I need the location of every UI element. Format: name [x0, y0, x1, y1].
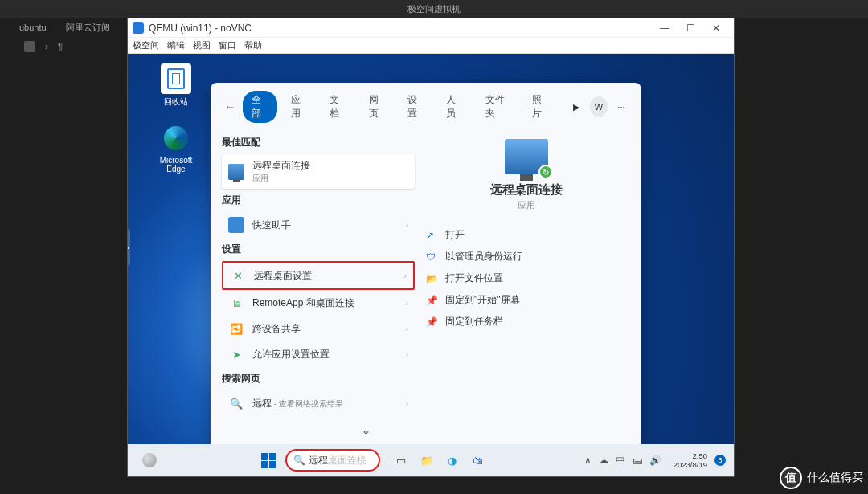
vnc-title-text: QEMU (win11) - noVNC [149, 22, 252, 34]
search-icon: 🔍 [293, 455, 305, 466]
chevron-right-icon: › [406, 221, 408, 230]
result-remote-desktop-settings[interactable]: ✕ 远程桌面设置 › [222, 261, 415, 290]
file-icon [24, 41, 35, 52]
tray-overflow[interactable]: ∧ [584, 455, 592, 466]
desktop-icon-recycle-bin[interactable]: 回收站 [152, 63, 200, 108]
result-title: 远程桌面连接 [252, 159, 310, 173]
result-title: 远程桌面设置 [254, 269, 312, 283]
watermark: 值 什么值得买 [780, 467, 863, 489]
header-more-button[interactable]: ··· [612, 96, 630, 117]
result-cross-device-share[interactable]: 🔁 跨设备共享 › [222, 316, 415, 341]
header-overflow-play[interactable]: ▶ [567, 96, 585, 117]
chevron-right-icon: › [404, 271, 407, 280]
pin-store[interactable]: 🛍 [469, 451, 488, 470]
filter-all[interactable]: 全部 [243, 91, 276, 123]
menu-view[interactable]: 视图 [193, 39, 211, 51]
vnc-side-handle[interactable]: ▶ [128, 229, 130, 266]
section-settings: 设置 [222, 243, 415, 256]
shield-icon: 🛡 [426, 251, 437, 263]
chevron-right-icon: › [406, 350, 408, 359]
pin-icon: 📌 [426, 316, 437, 328]
pin-explorer[interactable]: 📁 [417, 451, 436, 470]
taskbar: 🔍 远程桌面连接 ▭ 📁 ◑ 🛍 ∧ ☁ 中 🖴 🔊 2:50 2023/8/1… [128, 444, 734, 476]
tray-onedrive-icon[interactable]: ☁ [599, 455, 608, 466]
watermark-text: 什么值得买 [807, 471, 863, 485]
chevron-right-icon: › [406, 299, 408, 308]
taskbar-clock[interactable]: 2:50 2023/8/19 [674, 451, 707, 469]
taskbar-pinned: ▭ 📁 ◑ 🛍 [391, 451, 488, 470]
result-title: RemoteApp 和桌面连接 [252, 296, 354, 310]
open-icon: ↗ [426, 230, 437, 241]
filter-people[interactable]: 人员 [437, 91, 471, 123]
crumb-sep: › [45, 41, 48, 52]
user-avatar[interactable]: W [590, 96, 608, 117]
result-quick-assist[interactable]: 快速助手 › [222, 212, 415, 238]
action-pin-start[interactable]: 📌固定到"开始"屏幕 [423, 289, 630, 311]
section-web: 搜索网页 [222, 372, 415, 386]
tray-network-icon[interactable]: 🖴 [633, 455, 642, 466]
result-title: 快速助手 [252, 218, 291, 232]
rdc-icon [228, 164, 244, 180]
location-icon: ➤ [228, 346, 244, 362]
action-pin-taskbar[interactable]: 📌固定到任务栏 [423, 311, 630, 333]
result-remoteapp[interactable]: 🖥 RemoteApp 和桌面连接 › [222, 290, 415, 316]
filter-photos[interactable]: 照片 [523, 91, 557, 123]
desktop-icon-edge[interactable]: Microsoft Edge [152, 123, 200, 174]
back-button[interactable]: ← [222, 97, 238, 116]
pin-task-view[interactable]: ▭ [391, 451, 411, 470]
vnc-close-button[interactable]: ✕ [703, 22, 729, 34]
result-title: 允许应用设置位置 [252, 348, 330, 361]
section-best-match: 最佳匹配 [222, 136, 415, 149]
action-run-admin[interactable]: 🛡以管理员身份运行 [423, 246, 630, 267]
vnc-minimize-button[interactable]: — [652, 22, 678, 34]
preview-subtitle: 应用 [518, 199, 535, 211]
chevron-right-icon: › [406, 325, 408, 333]
preview-title: 远程桌面连接 [490, 182, 563, 198]
host-tab-aliyun[interactable]: 阿里云订阅 [66, 22, 110, 34]
windows-desktop[interactable]: 回收站 Microsoft Edge ▶ ← 全部 应用 文档 网页 设置 人员… [128, 54, 734, 444]
filter-web[interactable]: 网页 [360, 91, 394, 123]
result-allow-app-location[interactable]: ➤ 允许应用设置位置 › [222, 341, 415, 367]
menu-window[interactable]: 窗口 [219, 39, 236, 51]
settings-icon: ✕ [230, 267, 246, 284]
start-search-panel: ← 全部 应用 文档 网页 设置 人员 文件夹 照片 ▶ W ··· 最佳匹配 [211, 83, 641, 444]
results-column: 最佳匹配 远程桌面连接 应用 应用 快速助手 › 设置 [222, 131, 415, 441]
tray-ime-icon[interactable]: 中 [616, 454, 625, 467]
desktop-icon-label: Microsoft Edge [160, 156, 193, 174]
pin-icon: 📌 [426, 295, 437, 306]
tray-volume-icon[interactable]: 🔊 [649, 455, 661, 466]
result-remote-desktop-connection[interactable]: 远程桌面连接 应用 [222, 154, 415, 189]
host-tab-ubuntu[interactable]: ubuntu [19, 22, 47, 32]
notification-badge[interactable]: 3 [714, 455, 726, 466]
menu-edit[interactable]: 编辑 [167, 39, 185, 51]
result-web-search[interactable]: 🔍 远程 - 查看网络搜索结果 › [222, 390, 415, 416]
taskbar-weather[interactable] [136, 453, 163, 467]
filter-folders[interactable]: 文件夹 [477, 91, 519, 123]
vnc-titlebar[interactable]: QEMU (win11) - noVNC — ☐ ✕ [128, 18, 734, 38]
folder-icon: 📂 [426, 273, 437, 284]
vnc-app-icon [133, 22, 144, 34]
vnc-maximize-button[interactable]: ☐ [678, 22, 703, 34]
weather-icon [142, 453, 157, 467]
chevron-right-icon: › [406, 399, 408, 408]
taskbar-search-input[interactable]: 🔍 远程桌面连接 [285, 449, 380, 472]
quick-assist-icon [228, 217, 244, 233]
cursor-icon: ⌖ [363, 427, 369, 438]
vnc-menubar: 极空间 编辑 视图 窗口 帮助 [128, 38, 734, 54]
action-open[interactable]: ↗打开 [423, 224, 630, 246]
action-open-location[interactable]: 📂打开文件位置 [423, 267, 630, 289]
menu-jikongjian[interactable]: 极空间 [133, 39, 159, 51]
filter-apps[interactable]: 应用 [282, 91, 316, 123]
filter-docs[interactable]: 文档 [321, 91, 354, 123]
result-title: 跨设备共享 [252, 322, 301, 336]
section-apps: 应用 [222, 194, 415, 207]
host-title: 极空间虚拟机 [0, 0, 868, 18]
start-header: ← 全部 应用 文档 网页 设置 人员 文件夹 照片 ▶ W ··· [211, 83, 641, 131]
result-subtitle: 应用 [252, 173, 310, 184]
filter-settings[interactable]: 设置 [399, 91, 432, 123]
pin-edge[interactable]: ◑ [443, 451, 462, 470]
start-button[interactable] [260, 451, 279, 470]
share-icon: 🔁 [228, 320, 244, 337]
crumb-end: ¶ [58, 41, 63, 52]
menu-help[interactable]: 帮助 [244, 39, 262, 51]
